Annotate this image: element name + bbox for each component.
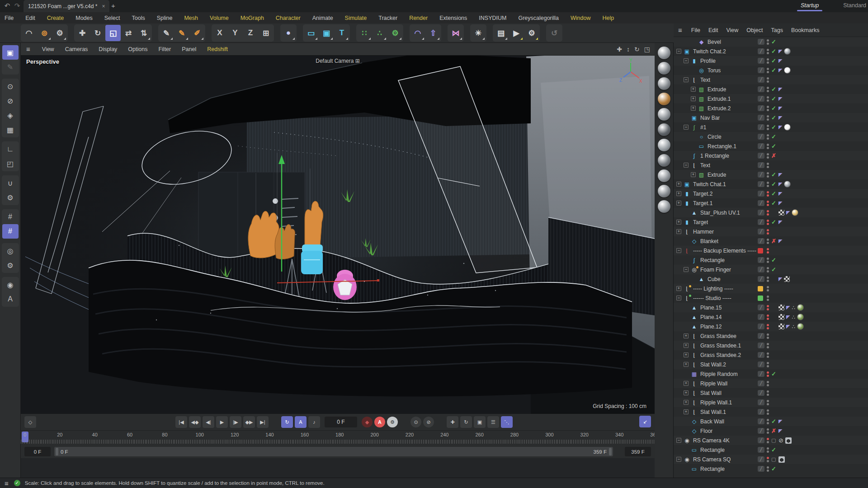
om-menu-edit[interactable]: Edit xyxy=(708,27,718,33)
record-key-button[interactable]: ◆ xyxy=(362,417,373,427)
enabled-check-icon[interactable]: ✓ xyxy=(771,114,776,121)
expand-icon[interactable]: + xyxy=(684,390,689,395)
edit-toggle-icon[interactable]: ╱ xyxy=(758,153,764,159)
edit-toggle-icon[interactable]: ╱ xyxy=(758,371,764,377)
tree-row[interactable]: +▧Extrude╱✓◤ xyxy=(674,84,868,94)
enabled-check-icon[interactable]: ✓ xyxy=(771,181,776,188)
visibility-dots[interactable] xyxy=(767,39,769,45)
visibility-dots[interactable] xyxy=(767,296,769,301)
enabled-check-icon[interactable]: ✓ xyxy=(771,446,776,453)
expand-icon[interactable]: + xyxy=(684,409,689,414)
edit-toggle-icon[interactable]: ╱ xyxy=(758,219,764,225)
field-button[interactable]: ◠ xyxy=(410,25,425,41)
edit-toggle-icon[interactable]: ╱ xyxy=(758,276,764,282)
simulation-button[interactable]: ☀ xyxy=(471,25,486,41)
enabled-check-icon[interactable]: ✓ xyxy=(771,200,776,206)
deformer-button[interactable]: ⇧ xyxy=(425,25,441,41)
expand-icon[interactable]: + xyxy=(691,96,696,101)
edit-toggle-icon[interactable]: ╱ xyxy=(758,172,764,178)
render-picture-button[interactable]: ▶ xyxy=(509,25,524,41)
split-move-button[interactable]: ⇅ xyxy=(136,25,151,41)
menu-modes[interactable]: Modes xyxy=(75,15,93,21)
tree-row[interactable]: −∫#1╱✓◤ xyxy=(674,122,868,132)
visibility-dots[interactable] xyxy=(767,144,769,149)
edit-toggle-icon[interactable]: ╱ xyxy=(758,67,764,73)
fracture-button[interactable]: ∴ xyxy=(372,25,387,41)
scale-button[interactable]: ◱ xyxy=(105,25,121,41)
viewport-menu-display[interactable]: Display xyxy=(99,46,117,52)
flag-tag-icon[interactable]: ◤ xyxy=(778,200,782,206)
camera-brackets-icon[interactable]: ▢ xyxy=(771,456,776,462)
texture-tag-icon[interactable] xyxy=(784,48,791,55)
flag-tag-icon[interactable]: ◤ xyxy=(778,96,782,102)
edit-toggle-icon[interactable]: ╱ xyxy=(758,352,764,358)
tree-row[interactable]: ○Circle╱✓ xyxy=(674,132,868,141)
object-manager-hamburger-icon[interactable]: ≡ xyxy=(678,26,682,34)
visibility-dots[interactable] xyxy=(767,201,769,206)
edit-toggle-icon[interactable]: ╱ xyxy=(758,86,764,92)
timeline-ruler[interactable]: 0204060801001201401601802002202402602803… xyxy=(21,430,655,446)
layer-color-chip[interactable] xyxy=(758,286,763,291)
visibility-dots[interactable] xyxy=(767,447,769,453)
enabled-check-icon[interactable]: ✓ xyxy=(771,257,776,263)
visibility-dots[interactable] xyxy=(767,428,769,434)
material-sphere[interactable] xyxy=(658,62,670,75)
visibility-dots[interactable] xyxy=(767,381,769,386)
next-frame-button[interactable]: |▶ xyxy=(230,416,241,428)
tree-row[interactable]: +⌊Grass Standee╱ xyxy=(674,331,868,341)
undo-icon[interactable]: ↶ xyxy=(3,1,12,10)
visibility-dots[interactable] xyxy=(767,125,769,130)
end-frame-box[interactable]: 359 F xyxy=(625,447,651,456)
menu-select[interactable]: Select xyxy=(104,15,120,21)
disabled-x-icon[interactable]: ✗ xyxy=(771,152,776,159)
model-mode[interactable]: ▣ xyxy=(2,45,19,60)
flag-tag-icon[interactable]: ◤ xyxy=(778,276,782,282)
collapse-icon[interactable]: − xyxy=(676,248,681,253)
pen-pair-button[interactable]: ✐ xyxy=(189,25,205,41)
prev-frame-button[interactable]: ◀| xyxy=(203,416,214,428)
edit-toggle-icon[interactable]: ╱ xyxy=(758,39,764,45)
expand-icon[interactable]: + xyxy=(684,343,689,348)
collapse-icon[interactable]: − xyxy=(676,457,681,462)
move-button[interactable]: ✚ xyxy=(75,25,90,41)
enabled-check-icon[interactable]: ✓ xyxy=(771,171,776,178)
mesh-mode[interactable]: ▦ xyxy=(2,122,19,137)
pen-orange-button[interactable]: ✎ xyxy=(174,25,189,41)
axis-mode[interactable]: ∟ xyxy=(2,142,19,156)
enabled-check-icon[interactable]: ✓ xyxy=(771,418,776,425)
visibility-dots[interactable] xyxy=(767,324,769,329)
visibility-dots[interactable] xyxy=(767,96,769,102)
texture-tag-icon[interactable] xyxy=(797,323,804,330)
pen-tool-button[interactable]: ✎ xyxy=(159,25,174,41)
camera-tag-icon[interactable] xyxy=(785,437,792,444)
edit-toggle-icon[interactable]: ╱ xyxy=(758,162,764,168)
edges-mode[interactable]: ⊘ xyxy=(2,94,19,108)
redo-icon[interactable]: ↷ xyxy=(13,1,22,10)
visibility-dots[interactable] xyxy=(767,314,769,320)
visibility-dots[interactable] xyxy=(767,58,769,64)
flag-tag-icon[interactable]: ◤ xyxy=(778,58,782,64)
tree-row[interactable]: +⌊Hammer╱ xyxy=(674,227,868,236)
visibility-dots[interactable] xyxy=(767,191,769,197)
expand-icon[interactable]: + xyxy=(676,286,681,291)
make-preview-button[interactable]: ◇ xyxy=(24,416,36,428)
viewport-menu-filter[interactable]: Filter xyxy=(158,46,171,52)
enabled-check-icon[interactable]: ✓ xyxy=(771,219,776,225)
uv-tag-icon[interactable] xyxy=(778,305,784,310)
visibility-dots[interactable] xyxy=(767,134,769,140)
tree-row[interactable]: ∫1 Rectangle╱✗ xyxy=(674,151,868,160)
workplane-mode[interactable]: ◰ xyxy=(2,156,19,171)
menu-help[interactable]: Help xyxy=(603,15,614,21)
visibility-dots[interactable] xyxy=(767,466,769,472)
new-tab-button[interactable]: + xyxy=(111,2,115,9)
tree-row[interactable]: ▦Ripple Random╱✓ xyxy=(674,369,868,379)
menu-tools[interactable]: Tools xyxy=(132,15,145,21)
texture-tag-icon[interactable] xyxy=(797,304,804,311)
flag-tag-icon[interactable]: ◤ xyxy=(778,105,782,111)
edit-toggle-icon[interactable]: ╱ xyxy=(758,447,764,453)
keying-settings-button[interactable]: ⚙ xyxy=(387,417,398,427)
isolate-rings[interactable]: ◎ xyxy=(2,244,19,258)
enabled-check-icon[interactable]: ✓ xyxy=(771,57,776,64)
tree-row[interactable]: −◉RS Camera SQ╱▢ xyxy=(674,455,868,464)
tree-row[interactable]: +▮Target.1╱✓◤ xyxy=(674,198,868,208)
